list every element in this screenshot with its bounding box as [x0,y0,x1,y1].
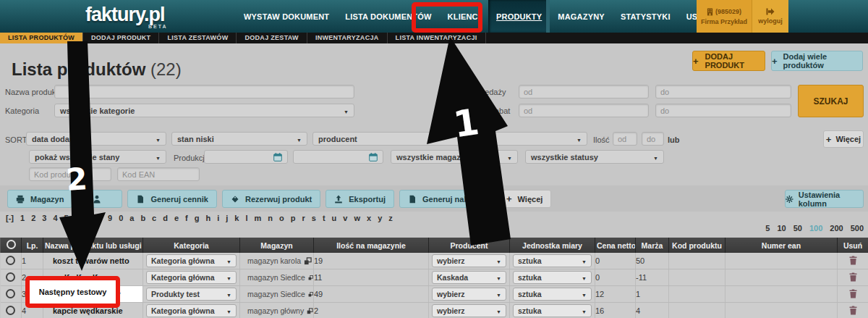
header-lp[interactable]: Lp. [22,238,43,253]
logout-button[interactable]: wyloguj [752,0,788,33]
row-category-select[interactable]: Produkty test [146,288,237,301]
header-product-code[interactable]: Kod produktu [669,238,726,253]
category-select[interactable]: wszystkie kategorie [54,104,354,117]
header-name[interactable]: Nazwa produktu lub usługi [43,238,143,253]
price-to-input[interactable] [655,85,791,99]
row-warehouse-link[interactable]: magazyn główny [240,306,313,315]
alphabet-link-l[interactable]: l [245,214,247,222]
header-net-price[interactable]: Cena netto [595,238,636,253]
more-filters-button[interactable]: Więcej [823,130,864,148]
alphabet-link-g[interactable]: g [195,214,200,222]
hidden-toolbar-button[interactable] [77,190,122,208]
logo[interactable]: faktury.plBETA [85,4,165,26]
alphabet-link-t[interactable]: t [323,214,326,222]
header-quantity[interactable]: Ilość na magazynie [314,238,429,253]
header-ean[interactable]: Numer ean [726,238,838,253]
toolbar-more-button[interactable]: Więcej [498,190,551,208]
alphabet-link-u[interactable]: u [332,214,337,222]
row-producer-select[interactable]: Kaskada [432,271,506,284]
generate-pricelist-button[interactable]: Generuj cennik [127,190,216,208]
alphabet-link-p[interactable]: p [291,214,296,222]
alphabet-link-e[interactable]: e [174,214,179,222]
main-menu-item-statystyki[interactable]: STATYSTYKI [613,0,678,33]
add-product-button[interactable]: DODAJ PRODUKT [692,51,765,71]
sub-menu-item-lista-inwentaryzacji[interactable]: LISTA INWENTARYZACJI [388,33,486,43]
sub-menu-item-lista-produktów[interactable]: LISTA PRODUKTÓW [0,33,83,43]
alphabet-link-d[interactable]: d [163,214,168,222]
statuses-select[interactable]: wszystkie statusy [525,150,664,164]
row-category-select[interactable]: Kategoria główna [146,304,237,317]
alphabet-link-9[interactable]: 9 [108,214,112,222]
ean-code-input[interactable] [117,167,200,181]
stock-select[interactable]: stan niski [171,132,307,146]
page-size-100[interactable]: 100 [809,224,822,233]
row-unit-select[interactable]: sztuka [513,254,592,267]
alphabet-link-o[interactable]: o [279,214,284,222]
quantity-from-input[interactable] [613,132,637,146]
alphabet-link-k[interactable]: k [234,214,239,222]
show-all-select[interactable]: pokaż wszystkie stany [29,150,166,164]
alphabet-link-f[interactable]: f [185,214,188,222]
row-warehouse-link[interactable]: magazyn karola [240,256,313,265]
header-delete[interactable]: Usuń [838,238,868,253]
row-radio[interactable] [6,272,15,282]
alphabet-link-b[interactable]: b [140,214,145,222]
alphabet-link-1[interactable]: 1 [20,214,25,222]
alphabet-link-z[interactable]: z [388,214,393,222]
generate-labels-button[interactable]: Generuj naklejki [399,190,493,208]
main-menu-item-magazyny[interactable]: MAGAZYNY [550,0,613,33]
product-name-link[interactable]: Następny testowy [43,290,142,298]
alphabet-link-2[interactable]: 2 [31,214,35,222]
header-unit[interactable]: Jednostka miary [510,238,595,253]
row-category-select[interactable]: Kategoria główna [146,271,237,284]
page-size-5[interactable]: 5 [765,224,770,233]
delete-icon[interactable] [849,306,857,315]
header-category[interactable]: Kategoria [143,238,240,253]
alphabet-link-3[interactable]: 3 [42,214,46,222]
product-name-link[interactable]: kapcie wędkarskie [43,306,142,315]
row-radio[interactable] [6,256,15,265]
main-menu-item-wystaw-dokument[interactable]: WYSTAW DOKUMENT [236,0,337,33]
alphabet-link-8[interactable]: 8 [97,214,101,222]
sort-select[interactable]: data dodania [26,132,166,146]
production-date-to-input[interactable] [293,150,383,164]
delete-icon[interactable] [849,289,857,298]
alphabet-link-item[interactable]: [-] [6,214,14,222]
header-margin[interactable]: Marża [636,238,669,253]
sub-menu-item-dodaj-zestaw[interactable]: DODAJ ZESTAW [237,33,307,43]
product-code-input[interactable] [29,167,111,181]
discount-from-input[interactable] [519,104,649,117]
alphabet-link-y[interactable]: y [378,214,382,222]
alphabet-link-s[interactable]: s [312,214,316,222]
alphabet-link-5[interactable]: 5 [64,214,69,222]
header-producer[interactable]: Producent [429,238,510,253]
column-settings-button[interactable]: Ustawienia kolumn [785,190,864,208]
add-many-products-button[interactable]: Dodaj wiele produktów [771,51,863,71]
alphabet-link-c[interactable]: c [152,214,156,222]
alphabet-link-4[interactable]: 4 [53,214,57,222]
alphabet-link-r[interactable]: r [302,214,305,222]
row-producer-select[interactable]: wybierz [432,288,506,301]
page-size-10[interactable]: 10 [777,224,786,233]
alphabet-link-j[interactable]: j [226,214,228,222]
main-menu-item-lista-dokumentów[interactable]: LISTA DOKUMENTÓW [337,0,439,33]
quantity-to-input[interactable] [642,132,664,146]
header-warehouse[interactable]: Magazyn [240,238,314,253]
row-unit-select[interactable]: sztuka [513,304,592,317]
discount-to-input[interactable] [655,104,791,117]
main-menu-item-klienci[interactable]: KLIENCI [440,0,488,33]
alphabet-link-m[interactable]: m [255,214,262,222]
row-producer-select[interactable]: wybierz [432,304,506,317]
product-name-link[interactable]: asdfadfsadf [43,273,142,282]
product-name-link[interactable]: koszt towarów netto [43,256,142,265]
sub-menu-item-dodaj-produkt[interactable]: DODAJ PRODUKT [83,33,159,43]
page-size-500[interactable]: 500 [851,224,864,233]
row-producer-select[interactable]: wybierz [432,254,506,267]
row-unit-select[interactable]: sztuka [513,271,592,284]
row-radio[interactable] [6,306,15,315]
alphabet-link-0[interactable]: 0 [119,214,123,222]
page-size-50[interactable]: 50 [793,224,802,233]
row-warehouse-link[interactable]: magazyn Siedlce [240,290,313,298]
alphabet-link-a[interactable]: a [129,214,134,222]
alphabet-link-w[interactable]: w [354,214,360,222]
